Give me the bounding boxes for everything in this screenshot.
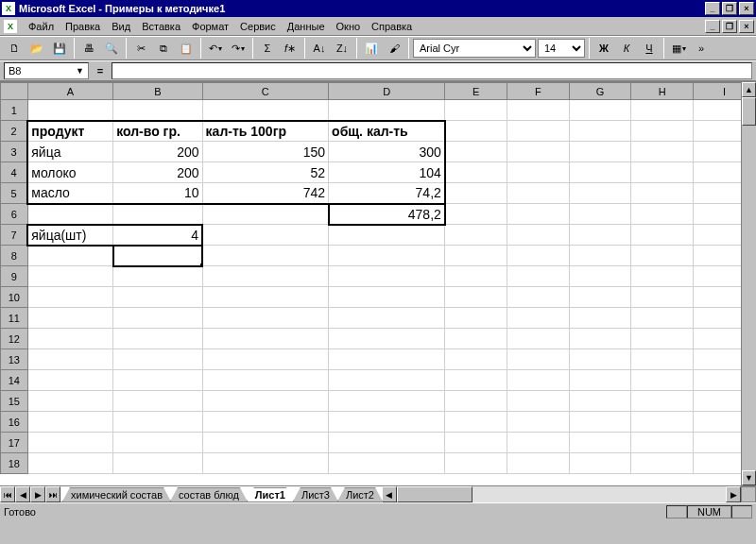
cell-D7[interactable] bbox=[329, 225, 445, 246]
cell-D11[interactable] bbox=[329, 308, 445, 329]
cell-B1[interactable] bbox=[113, 100, 202, 121]
cell-B16[interactable] bbox=[113, 412, 202, 433]
menu-window[interactable]: Окно bbox=[331, 19, 367, 34]
cell-H8[interactable] bbox=[631, 246, 694, 266]
cell-H17[interactable] bbox=[631, 433, 694, 453]
menu-insert[interactable]: Вставка bbox=[136, 19, 186, 34]
cell-G6[interactable] bbox=[569, 204, 631, 225]
cell-F15[interactable] bbox=[507, 391, 570, 412]
cell-B14[interactable] bbox=[113, 370, 202, 391]
cell-F12[interactable] bbox=[507, 329, 570, 349]
cell-G14[interactable] bbox=[569, 370, 631, 391]
cell-E2[interactable] bbox=[445, 121, 507, 142]
cell-A7[interactable]: яйца(шт) bbox=[27, 225, 112, 246]
cell-A8[interactable] bbox=[27, 246, 112, 266]
cell-D10[interactable] bbox=[329, 287, 445, 308]
cell-H10[interactable] bbox=[631, 287, 694, 308]
undo-icon[interactable]: ↶ bbox=[205, 38, 226, 59]
row-header-5[interactable]: 5 bbox=[1, 183, 28, 204]
print-preview-icon[interactable]: 🔍 bbox=[101, 38, 122, 59]
close-button[interactable]: × bbox=[739, 2, 754, 15]
function-icon[interactable]: f∗ bbox=[280, 38, 301, 59]
sort-desc-icon[interactable]: Z↓ bbox=[332, 38, 352, 59]
cell-E9[interactable] bbox=[445, 266, 507, 287]
cell-H13[interactable] bbox=[631, 349, 694, 370]
cell-A9[interactable] bbox=[27, 266, 112, 287]
cell-G9[interactable] bbox=[569, 266, 631, 287]
more-icon[interactable]: » bbox=[691, 38, 712, 59]
cell-H14[interactable] bbox=[631, 370, 694, 391]
redo-icon[interactable]: ↷ bbox=[228, 38, 249, 59]
cell-C7[interactable] bbox=[202, 225, 329, 246]
cell-F4[interactable] bbox=[507, 162, 570, 183]
cell-B7[interactable]: 4 bbox=[113, 225, 202, 246]
tab-first-icon[interactable]: ⏮ bbox=[0, 486, 15, 502]
cell-B3[interactable]: 200 bbox=[113, 142, 202, 162]
row-header-8[interactable]: 8 bbox=[1, 246, 28, 266]
cell-F18[interactable] bbox=[507, 453, 570, 474]
cell-D18[interactable] bbox=[329, 453, 445, 474]
cell-F7[interactable] bbox=[507, 225, 570, 246]
sort-asc-icon[interactable]: A↓ bbox=[309, 38, 330, 59]
doc-close-button[interactable]: × bbox=[739, 20, 754, 33]
cell-D12[interactable] bbox=[329, 329, 445, 349]
cell-C9[interactable] bbox=[202, 266, 329, 287]
vscroll-thumb[interactable] bbox=[742, 97, 756, 126]
font-name-select[interactable]: Arial Cyr bbox=[413, 39, 536, 58]
autosum-icon[interactable]: Σ bbox=[257, 38, 278, 59]
cell-D17[interactable] bbox=[329, 433, 445, 453]
underline-button[interactable]: Ч bbox=[639, 38, 660, 59]
cell-G8[interactable] bbox=[569, 246, 631, 266]
cell-F5[interactable] bbox=[507, 183, 570, 204]
row-header-3[interactable]: 3 bbox=[1, 142, 28, 162]
cell-B13[interactable] bbox=[113, 349, 202, 370]
cell-C12[interactable] bbox=[202, 329, 329, 349]
drawing-toolbar-icon[interactable]: 🖌 bbox=[384, 38, 404, 59]
vertical-scrollbar[interactable]: ▲ ▼ bbox=[741, 82, 756, 485]
menu-data[interactable]: Данные bbox=[282, 19, 331, 34]
restore-button[interactable]: ❐ bbox=[722, 2, 737, 15]
cell-F2[interactable] bbox=[507, 121, 570, 142]
cell-C2[interactable]: кал-ть 100гр bbox=[202, 121, 329, 142]
cell-G16[interactable] bbox=[569, 412, 631, 433]
cell-F14[interactable] bbox=[507, 370, 570, 391]
cell-D4[interactable]: 104 bbox=[329, 162, 445, 183]
menu-help[interactable]: Справка bbox=[366, 19, 418, 34]
cell-A5[interactable]: масло bbox=[27, 183, 112, 204]
cell-D6[interactable]: 478,2 bbox=[329, 204, 445, 225]
cell-B12[interactable] bbox=[113, 329, 202, 349]
cell-B17[interactable] bbox=[113, 433, 202, 453]
cell-E6[interactable] bbox=[445, 204, 507, 225]
cell-C16[interactable] bbox=[202, 412, 329, 433]
row-header-11[interactable]: 11 bbox=[1, 308, 28, 329]
cell-C4[interactable]: 52 bbox=[202, 162, 329, 183]
horizontal-scrollbar[interactable]: ◀ ▶ bbox=[382, 486, 741, 502]
cut-icon[interactable]: ✂ bbox=[130, 38, 151, 59]
row-header-4[interactable]: 4 bbox=[1, 162, 28, 183]
formula-input[interactable] bbox=[112, 62, 752, 79]
tab-next-icon[interactable]: ▶ bbox=[30, 486, 45, 502]
italic-button[interactable]: К bbox=[616, 38, 637, 59]
cell-E17[interactable] bbox=[445, 433, 507, 453]
cell-H5[interactable] bbox=[631, 183, 694, 204]
hscroll-track[interactable] bbox=[397, 486, 726, 502]
col-header-G[interactable]: G bbox=[569, 83, 631, 100]
cell-G1[interactable] bbox=[569, 100, 631, 121]
cell-D9[interactable] bbox=[329, 266, 445, 287]
sheet-tab[interactable]: Лист3 bbox=[293, 487, 338, 502]
cell-E8[interactable] bbox=[445, 246, 507, 266]
cell-F13[interactable] bbox=[507, 349, 570, 370]
cell-A1[interactable] bbox=[27, 100, 112, 121]
workbook-icon[interactable]: X bbox=[4, 20, 17, 33]
cell-H6[interactable] bbox=[631, 204, 694, 225]
cell-D15[interactable] bbox=[329, 391, 445, 412]
cell-F11[interactable] bbox=[507, 308, 570, 329]
cell-B18[interactable] bbox=[113, 453, 202, 474]
cell-H12[interactable] bbox=[631, 329, 694, 349]
minimize-button[interactable]: _ bbox=[705, 2, 720, 15]
cell-H11[interactable] bbox=[631, 308, 694, 329]
tab-prev-icon[interactable]: ◀ bbox=[15, 486, 30, 502]
cell-H4[interactable] bbox=[631, 162, 694, 183]
row-header-9[interactable]: 9 bbox=[1, 266, 28, 287]
col-header-C[interactable]: C bbox=[202, 83, 329, 100]
